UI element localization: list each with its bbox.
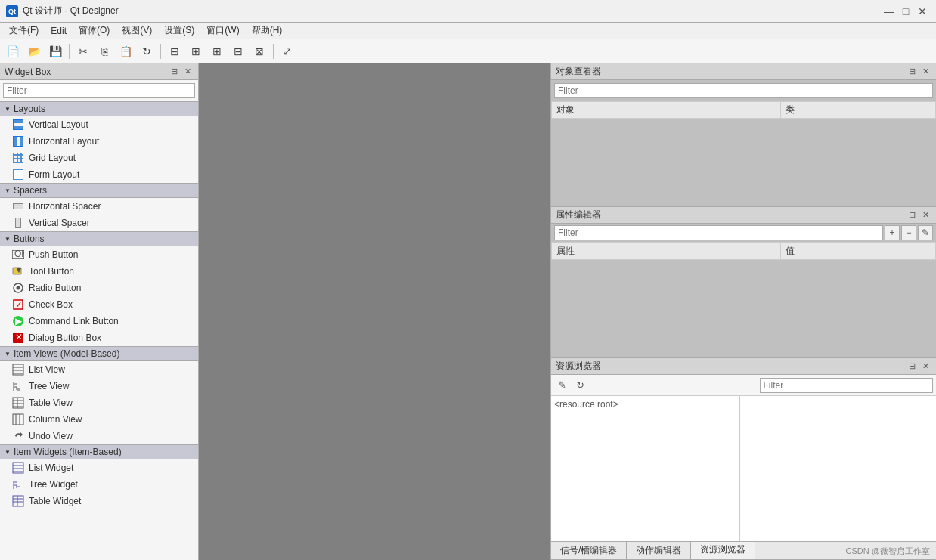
layout-h-button[interactable]: ⊟ xyxy=(165,42,184,61)
property-filter-row: + − ✎ xyxy=(551,224,936,243)
menu-help[interactable]: 帮助(H) xyxy=(246,23,289,39)
value-column-header: 值 xyxy=(781,243,936,260)
property-edit-button[interactable]: ✎ xyxy=(918,225,933,240)
widget-box-filter[interactable] xyxy=(3,83,195,98)
widget-box-undock-button[interactable]: ⊟ xyxy=(168,66,180,78)
save-button[interactable]: 💾 xyxy=(45,42,65,61)
list-item[interactable]: ✓ Check Box xyxy=(0,296,198,313)
list-item[interactable]: Horizontal Spacer xyxy=(0,198,198,215)
list-item[interactable]: Vertical Spacer xyxy=(0,215,198,231)
tab-action-editor[interactable]: 动作编辑器 xyxy=(627,542,691,559)
minimize-button[interactable]: — xyxy=(882,4,897,19)
object-inspector-title: 对象查看器 xyxy=(556,65,601,78)
command-link-button-label: Command Link Button xyxy=(29,316,119,326)
list-item[interactable]: Column View xyxy=(0,411,198,428)
cut-button[interactable]: ✂ xyxy=(73,42,93,61)
adjust-size-button[interactable]: ⤢ xyxy=(277,42,297,61)
dialog-button-box-label: Dialog Button Box xyxy=(29,333,101,343)
category-item-widgets[interactable]: ▼ Item Widgets (Item-Based) xyxy=(0,444,198,459)
tab-signal-slot[interactable]: 信号/槽编辑器 xyxy=(551,542,627,559)
horizontal-spacer-icon xyxy=(12,200,24,212)
tree-view-icon xyxy=(12,380,24,392)
property-editor-body xyxy=(552,260,936,357)
resource-filter[interactable] xyxy=(760,378,934,393)
list-item[interactable]: Grid Layout xyxy=(0,150,198,166)
object-inspector-close-button[interactable]: ✕ xyxy=(919,66,931,78)
menu-edit[interactable]: Edit xyxy=(45,24,73,38)
list-item[interactable]: ✕ Dialog Button Box xyxy=(0,330,198,346)
close-button[interactable]: ✕ xyxy=(915,4,930,19)
object-inspector-content: 对象 类 xyxy=(551,80,936,206)
resource-browser-content: ✎ ↻ <resource root> xyxy=(551,375,936,541)
resource-browser-close-button[interactable]: ✕ xyxy=(919,360,931,373)
menu-settings[interactable]: 设置(S) xyxy=(158,23,200,39)
layout-v-button[interactable]: ⊞ xyxy=(186,42,206,61)
list-item[interactable]: Table Widget xyxy=(0,493,198,509)
list-item[interactable]: Form Layout xyxy=(0,166,198,183)
list-item[interactable]: Undo View xyxy=(0,428,198,444)
form-layout-icon xyxy=(12,169,24,181)
paste-button[interactable]: 📋 xyxy=(116,42,135,61)
tab-resource-browser[interactable]: 资源浏览器 xyxy=(691,542,755,559)
maximize-button[interactable]: □ xyxy=(898,4,913,19)
property-add-button[interactable]: + xyxy=(885,225,900,240)
list-item[interactable]: Vertical Layout xyxy=(0,116,198,133)
widget-box-header-buttons: ⊟ ✕ xyxy=(168,66,194,78)
copy-button[interactable]: ⎘ xyxy=(95,42,114,61)
category-spacers-label: Spacers xyxy=(14,185,47,196)
category-item-views[interactable]: ▼ Item Views (Model-Based) xyxy=(0,346,198,361)
property-editor-undock-button[interactable]: ⊟ xyxy=(906,209,918,221)
class-column-header: 类 xyxy=(781,102,936,119)
object-inspector-filter[interactable] xyxy=(554,83,933,98)
object-inspector-undock-button[interactable]: ⊟ xyxy=(906,66,918,78)
resource-preview xyxy=(740,396,936,541)
open-button[interactable]: 📂 xyxy=(24,42,44,61)
list-item[interactable]: Table View xyxy=(0,394,198,411)
resource-browser-panel: 资源浏览器 ⊟ ✕ ✎ ↻ <resource root> xyxy=(551,358,936,560)
menu-form[interactable]: 窗体(O) xyxy=(73,23,116,39)
category-buttons[interactable]: ▼ Buttons xyxy=(0,231,198,246)
layout-grid-button[interactable]: ⊞ xyxy=(207,42,227,61)
push-button-label: Push Button xyxy=(29,249,78,260)
redo-button[interactable]: ↻ xyxy=(137,42,157,61)
list-item[interactable]: ▼ Tool Button xyxy=(0,263,198,280)
layout-form-button[interactable]: ⊟ xyxy=(228,42,248,61)
list-item[interactable]: Horizontal Layout xyxy=(0,133,198,150)
undo-view-label: Undo View xyxy=(29,431,73,441)
resource-toolbar: ✎ ↻ xyxy=(551,375,936,396)
property-editor-close-button[interactable]: ✕ xyxy=(919,209,931,221)
category-layouts[interactable]: ▼ Layouts xyxy=(0,101,198,116)
app-icon: Qt xyxy=(6,5,18,17)
property-editor-table: 属性 值 xyxy=(551,243,936,357)
new-button[interactable]: 📄 xyxy=(3,42,23,61)
tree-widget-label: Tree Widget xyxy=(29,479,78,490)
svg-rect-27 xyxy=(13,414,23,425)
horizontal-layout-icon xyxy=(12,135,24,147)
menu-file[interactable]: 文件(F) xyxy=(3,23,45,39)
menu-window[interactable]: 窗口(W) xyxy=(200,23,245,39)
resource-browser-undock-button[interactable]: ⊟ xyxy=(906,360,918,373)
list-item[interactable]: Radio Button xyxy=(0,280,198,296)
menu-view[interactable]: 视图(V) xyxy=(116,23,158,39)
tool-button-icon: ▼ xyxy=(12,265,24,277)
command-link-button-icon: ▶ xyxy=(12,315,24,327)
break-layout-button[interactable]: ⊠ xyxy=(249,42,269,61)
resource-refresh-button[interactable]: ↻ xyxy=(572,378,587,393)
dialog-button-box-icon: ✕ xyxy=(12,332,24,344)
grid-layout-icon xyxy=(12,152,24,164)
object-inspector-panel: 对象查看器 ⊟ ✕ 对象 类 xyxy=(551,63,936,207)
resource-edit-button[interactable]: ✎ xyxy=(554,378,569,393)
list-item[interactable]: ▶ Command Link Button xyxy=(0,313,198,330)
column-view-label: Column View xyxy=(29,414,82,425)
category-spacers[interactable]: ▼ Spacers xyxy=(0,183,198,198)
table-widget-label: Table Widget xyxy=(29,496,81,506)
list-item[interactable]: Tree Widget xyxy=(0,476,198,493)
list-item[interactable]: OK Push Button xyxy=(0,246,198,263)
list-item[interactable]: List View xyxy=(0,361,198,378)
list-item[interactable]: List Widget xyxy=(0,459,198,476)
spacers-arrow: ▼ xyxy=(5,187,11,194)
widget-box-close-button[interactable]: ✕ xyxy=(181,66,194,78)
list-item[interactable]: Tree View xyxy=(0,378,198,394)
property-remove-button[interactable]: − xyxy=(901,225,916,240)
property-editor-filter[interactable] xyxy=(554,225,883,240)
